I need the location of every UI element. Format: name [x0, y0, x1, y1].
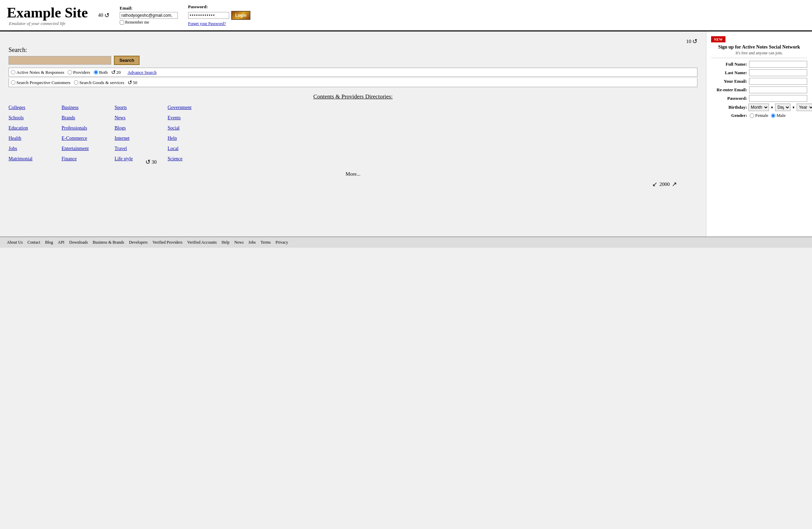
- directory-link[interactable]: Local: [168, 146, 214, 151]
- arrow-left: ↙: [652, 180, 657, 188]
- last-name-row: Last Name:: [711, 69, 807, 76]
- full-name-input[interactable]: [749, 61, 807, 68]
- directory-section: Contents & Providers Directories: Colleg…: [9, 93, 697, 188]
- footer-link[interactable]: API: [58, 240, 64, 245]
- directory-link[interactable]: Government: [168, 105, 214, 110]
- your-email-label: Your Email:: [711, 79, 747, 84]
- re-email-row: Re-enter Email:: [711, 86, 807, 93]
- password-label: Password:: [188, 4, 251, 10]
- full-name-label: Full Name:: [711, 62, 747, 67]
- directory-link[interactable]: Travel: [115, 146, 161, 151]
- your-email-input[interactable]: [749, 78, 807, 85]
- month-icon: ▼: [770, 106, 774, 109]
- month-select[interactable]: Month: [748, 104, 769, 111]
- footer-link[interactable]: Help: [222, 240, 230, 245]
- arrow-right: ↗: [672, 180, 677, 188]
- password-input[interactable]: [188, 12, 229, 19]
- last-name-label: Last Name:: [711, 70, 747, 76]
- radio-goods[interactable]: Search Goods & services: [74, 80, 124, 85]
- header: Example Site Emulator of your connected …: [0, 0, 812, 31]
- counter-50: ↺ 50: [128, 79, 137, 86]
- birthday-row: Birthday: Month ▼ Day ▼ Year ▼: [711, 104, 807, 111]
- radio-prospective[interactable]: Search Prospective Customers: [11, 80, 70, 85]
- forgot-password-link[interactable]: Forget your Password?: [188, 21, 251, 26]
- footer-link[interactable]: Terms: [261, 240, 271, 245]
- directory-link[interactable]: News: [115, 115, 161, 121]
- search-input[interactable]: [9, 56, 111, 65]
- directory-title: Contents & Providers Directories:: [9, 93, 697, 100]
- signup-password-input[interactable]: [749, 95, 807, 102]
- radio-row-2: Search Prospective Customers Search Good…: [9, 78, 697, 87]
- signup-title: Sign up for Active Notes Social Network: [711, 44, 807, 50]
- radio-active-notes[interactable]: Active Notes & Responses: [11, 70, 64, 75]
- directory-link[interactable]: Health: [9, 136, 55, 141]
- email-label: Email:: [120, 5, 178, 11]
- re-email-label: Re-enter Email:: [711, 87, 747, 93]
- female-radio[interactable]: Female: [750, 113, 768, 118]
- signup-password-row: Password:: [711, 95, 807, 102]
- gender-row: Gender: Female Male: [711, 113, 807, 118]
- directory-link[interactable]: Colleges: [9, 105, 55, 110]
- signup-subtitle: It's free and anyone can join.: [711, 51, 807, 58]
- directory-link[interactable]: Help: [168, 136, 214, 141]
- login-button[interactable]: Login: [231, 11, 251, 20]
- footer-link[interactable]: Business & Brands: [93, 240, 124, 245]
- footer-link[interactable]: Developers: [129, 240, 148, 245]
- footer-link[interactable]: Contact: [27, 240, 40, 245]
- footer-link[interactable]: News: [234, 240, 244, 245]
- directory-link[interactable]: Education: [9, 125, 55, 131]
- directory-link[interactable]: Sports: [115, 105, 161, 110]
- badge-row: NEW: [711, 36, 807, 42]
- counter-30: ↺ 30: [145, 158, 697, 166]
- remember-me-checkbox[interactable]: [120, 20, 124, 25]
- directory-link[interactable]: Internet: [115, 136, 161, 141]
- footer-link[interactable]: Verified Providers: [153, 240, 183, 245]
- top-counter: 10 ↺: [686, 38, 697, 45]
- footer-link[interactable]: Blog: [45, 240, 53, 245]
- directory-link[interactable]: Jobs: [9, 146, 55, 151]
- email-block: Email: Remember me: [120, 5, 178, 25]
- footer-link[interactable]: About Us: [7, 240, 23, 245]
- search-button[interactable]: Search: [114, 56, 140, 65]
- footer-link[interactable]: Privacy: [276, 240, 288, 245]
- radio-providers[interactable]: Providers: [68, 70, 90, 75]
- advance-search-link[interactable]: Advance Search: [128, 70, 157, 75]
- directory-link[interactable]: Business: [62, 105, 108, 110]
- remember-me-label[interactable]: Remember me: [120, 20, 178, 25]
- password-block: Password: Login Forget your Password?: [188, 4, 251, 26]
- directory-link[interactable]: Entertainment: [62, 146, 108, 151]
- counter-20: ↺ 20: [111, 69, 121, 76]
- footer-link[interactable]: Jobs: [248, 240, 256, 245]
- email-input[interactable]: [120, 12, 178, 19]
- directory-link[interactable]: E-Commerce: [62, 136, 108, 141]
- directory-link[interactable]: Social: [168, 125, 214, 131]
- directory-link[interactable]: Schools: [9, 115, 55, 121]
- header-count: 40 ↺: [98, 12, 109, 19]
- birthday-label: Birthday:: [711, 105, 747, 110]
- year-select[interactable]: Year: [797, 104, 812, 111]
- your-email-row: Your Email:: [711, 78, 807, 85]
- day-select[interactable]: Day: [775, 104, 790, 111]
- site-tagline: Emulator of your connected life: [9, 21, 88, 26]
- footer-link[interactable]: Verified Accounts: [187, 240, 217, 245]
- radio-both[interactable]: Both: [94, 70, 108, 75]
- re-email-input[interactable]: [749, 86, 807, 93]
- main-container: 10 ↺ Search: Search Active Notes & Respo…: [0, 31, 812, 236]
- directory-grid: CollegesBusinessSportsGovernmentSchoolsB…: [9, 105, 214, 162]
- directory-link[interactable]: Brands: [62, 115, 108, 121]
- signup-password-label: Password:: [711, 96, 747, 101]
- content-area: 10 ↺ Search: Search Active Notes & Respo…: [0, 31, 706, 236]
- sidebar: NEW Sign up for Active Notes Social Netw…: [706, 31, 812, 236]
- radio-row-1: Active Notes & Responses Providers Both …: [9, 68, 697, 77]
- directory-link[interactable]: Blogs: [115, 125, 161, 131]
- more-link[interactable]: More...: [9, 171, 697, 177]
- site-branding: Example Site Emulator of your connected …: [7, 4, 88, 26]
- footer-link[interactable]: Downloads: [69, 240, 88, 245]
- male-radio[interactable]: Male: [771, 113, 786, 118]
- day-icon: ▼: [792, 106, 795, 109]
- search-label: Search:: [9, 46, 697, 54]
- directory-link[interactable]: Events: [168, 115, 214, 121]
- last-name-input[interactable]: [749, 69, 807, 76]
- directory-link[interactable]: Professionals: [62, 125, 108, 131]
- footer: About UsContactBlogAPIDownloadsBusiness …: [0, 236, 812, 248]
